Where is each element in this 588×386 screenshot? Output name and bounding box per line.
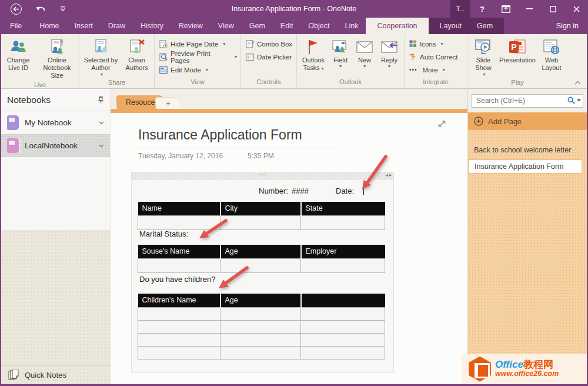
section-tab-label: Resouce [126,98,155,107]
group-label-outlook: Outlook [297,78,404,88]
add-page-button[interactable]: Add Page [468,112,587,130]
presentation-button[interactable]: P Presentation [498,36,537,65]
ribbon-group-view: Hide Page Date Preview Print Pages Edit … [155,34,241,88]
marital-status-label[interactable]: Marital Status: [139,229,188,238]
undo-button[interactable] [36,5,46,13]
clean-authors-button[interactable]: Clean Authors [122,36,152,73]
slide-show-button[interactable]: Slide Show [470,36,497,79]
ribbon-group-integrate: Icons Auto Correct More Integrate [405,34,467,88]
dropdown-arrow-icon [363,64,366,69]
table-row[interactable] [138,307,385,320]
page-title[interactable]: Insurance Application Form [138,127,341,148]
online-notebook-size-button[interactable]: Online Notebook Size [36,36,78,81]
collapse-ribbon-button[interactable] [574,81,581,85]
note-container[interactable]: ···· ◂ ▸ Number: #### Date: Name City St… [131,172,394,373]
close-button[interactable] [564,0,588,18]
notebook-size-icon [49,38,65,56]
back-button[interactable] [11,4,22,15]
button-label: Web Layout [539,56,564,72]
watermark-brand-cjk: 教程网 [523,359,553,370]
button-label: Hide Page Date [171,41,218,48]
hide-page-date-button[interactable]: Hide Page Date [159,38,225,50]
notebook-item-localnotebook[interactable]: LocalNotebook [1,134,110,157]
page-list-item[interactable]: Back to school welcome letter [468,143,587,157]
selected-by-author-button[interactable]: Selected by Author [82,36,121,79]
personal-info-table[interactable]: Name City State [138,202,385,230]
button-label: Online Notebook Size [37,56,77,80]
customize-quick-access-toolbar-button[interactable] [60,6,66,11]
print-preview-icon [159,53,168,61]
tab-draw[interactable]: Draw [101,18,133,34]
tab-gem[interactable]: Gem [242,18,273,34]
tab-edit[interactable]: Edit [273,18,301,34]
tab-overflow-button[interactable]: T... [450,0,470,18]
chevron-down-icon[interactable] [99,121,104,125]
column-header: Age [220,294,301,307]
pin-icon[interactable] [98,96,104,104]
edit-mode-button[interactable]: Edit Mode [159,64,208,76]
help-button[interactable]: ? [470,0,494,18]
new-section-label: + [166,99,171,108]
date-label: Date: [336,187,354,195]
icons-button[interactable]: Icons [409,38,443,50]
maximize-button[interactable] [541,0,564,18]
page-list-item-selected[interactable]: Insurance Application Form [468,159,582,174]
tab-cooperation[interactable]: Cooperation [366,18,428,34]
ribbon-display-options-button[interactable] [494,0,517,18]
sign-in-link[interactable]: Sign in [547,18,588,34]
tab-history[interactable]: History [133,18,171,34]
search-icon[interactable] [567,96,575,104]
new-button[interactable]: New [353,36,376,70]
tab-review[interactable]: Review [171,18,211,34]
spouse-table[interactable]: Souse's Name Age Employer [138,245,385,273]
button-label: Change Live ID [3,56,34,72]
button-label: Slide Show [471,56,496,72]
reply-button[interactable]: Reply [377,36,402,70]
table-row[interactable] [138,215,385,229]
page-time: 5:35 PM [248,152,274,160]
search-scope-dropdown-icon[interactable] [577,99,581,102]
children-table[interactable]: Children's Name Age [138,294,385,360]
number-value[interactable]: #### [292,187,309,195]
tab-view[interactable]: View [211,18,242,34]
new-section-tab-button[interactable]: + [155,97,181,109]
tab-link[interactable]: Link [338,18,366,34]
annotation-arrow-date [355,153,389,194]
tab-object[interactable]: Object [300,18,337,34]
icons-grid-icon [409,40,417,48]
expand-icon[interactable] [437,119,446,128]
title-bar: Insurance Application Form - OneNote T..… [0,0,588,18]
ribbon-group-play: Slide Show P Presentation Web Layout Pla… [467,34,567,88]
tab-insert[interactable]: Insert [67,18,101,34]
minimize-button[interactable] [517,0,541,18]
page-content-area: Resouce + Insurance Application Form Tue… [111,89,467,384]
chevron-down-icon[interactable] [99,144,104,148]
form-header-row: Number: #### Date: [132,179,393,202]
button-label: Combo Box [257,41,292,48]
add-page-label: Add Page [488,117,522,126]
tab-file[interactable]: File [0,18,32,34]
group-label-live: Live [1,81,79,88]
date-picker-button[interactable]: Date Picker [246,51,292,63]
web-layout-button[interactable]: Web Layout [538,36,565,73]
table-row[interactable] [138,333,385,346]
notebook-item-my-notebook[interactable]: My Notebook [1,111,110,134]
quick-notes-button[interactable]: Quick Notes [1,365,110,384]
tab-gem-2[interactable]: Gem [469,18,500,34]
table-row[interactable] [138,346,385,359]
children-question-label[interactable]: Do you have children? [139,275,215,284]
tab-layout[interactable]: Layout [432,18,470,34]
table-row[interactable] [138,258,385,272]
search-input[interactable] [472,94,583,108]
combo-box-button[interactable]: Combo Box [246,38,292,50]
outlook-tasks-button[interactable]: Outlook Tasks [299,36,328,73]
auto-correct-button[interactable]: Auto Correct [409,51,458,63]
watermark-brand-latin: Office [495,359,523,370]
more-button[interactable]: More [409,64,445,76]
field-button[interactable]: Field [329,36,352,70]
change-live-id-button[interactable]: Change Live ID [2,36,35,73]
note-container-drag-handle[interactable]: ···· ◂ ▸ [132,172,393,179]
table-row[interactable] [138,320,385,333]
tab-home[interactable]: Home [32,18,66,34]
preview-print-pages-button[interactable]: Preview Print Pages [159,51,237,63]
